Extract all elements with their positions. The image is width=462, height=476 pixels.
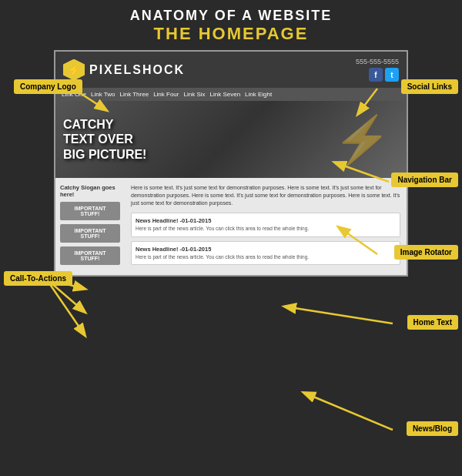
news-excerpt-1: Here is part of the news article. You ca… xyxy=(136,226,396,232)
label-news-blog: News/Blog xyxy=(407,421,458,436)
facebook-icon[interactable]: f xyxy=(369,68,383,82)
label-company-logo: Company Logo xyxy=(14,79,82,94)
site-logo: ⚡ PIXELSHOCK xyxy=(63,59,185,81)
nav-link-seven[interactable]: Link Seven xyxy=(210,91,241,98)
title-area: ANATOMY OF A WEBSITE THE HOMEPAGE xyxy=(8,8,454,44)
nav-link-four[interactable]: Link Four xyxy=(153,91,179,98)
logo-text: PIXELSHOCK xyxy=(89,63,185,77)
site-content: Catchy Slogan goes here! IMPORTANTSTUFF!… xyxy=(55,178,407,275)
site-sidebar: Catchy Slogan goes here! IMPORTANTSTUFF!… xyxy=(55,178,125,275)
slogan-text: Catchy Slogan goes here! xyxy=(60,184,120,198)
label-image-rotator: Image Rotator xyxy=(394,245,458,260)
label-social-links: Social Links xyxy=(401,79,458,94)
news-headline-2: News Headline! -01-01-2015 xyxy=(136,246,396,253)
label-navigation-bar: Navigation Bar xyxy=(391,173,458,187)
news-excerpt-2: Here is part of the news article. You ca… xyxy=(136,254,396,260)
twitter-icon[interactable]: t xyxy=(385,68,399,82)
cta-btn-3[interactable]: IMPORTANTSTUFF! xyxy=(60,246,120,265)
nav-link-eight[interactable]: Link Eight xyxy=(245,91,272,98)
news-item-1[interactable]: News Headline! -01-01-2015 Here is part … xyxy=(131,213,400,236)
hero-lightning: ⚡ xyxy=(333,112,391,167)
svg-line-6 xyxy=(46,279,85,335)
cta-btn-1[interactable]: IMPORTANTSTUFF! xyxy=(60,202,120,220)
news-item-2[interactable]: News Headline! -01-01-2015 Here is part … xyxy=(131,241,400,265)
home-text-content: Here is some text. It's just some text f… xyxy=(131,184,400,206)
site-hero: CATCHYTEXT OVERBIG PICTURE! ⚡ xyxy=(55,101,407,178)
phone-number: 555-555-5555 xyxy=(356,58,399,65)
nav-link-two[interactable]: Link Two xyxy=(91,91,115,98)
cta-btn-2[interactable]: IMPORTANTSTUFF! xyxy=(60,224,120,243)
label-call-to-actions: Call-To-Actions xyxy=(4,271,72,286)
nav-link-six[interactable]: Link Six xyxy=(183,91,205,98)
svg-line-7 xyxy=(285,307,393,323)
nav-link-three[interactable]: Link Three xyxy=(119,91,149,98)
site-main: Here is some text. It's just some text f… xyxy=(125,178,407,275)
main-container: ANATOMY OF A WEBSITE THE HOMEPAGE ⚡ PIXE… xyxy=(0,0,462,476)
website-mockup: ⚡ PIXELSHOCK 555-555-5555 f t Link One L… xyxy=(54,50,408,277)
title-bottom: THE HOMEPAGE xyxy=(8,24,454,44)
site-nav: Link One Link Two Link Three Link Four L… xyxy=(55,88,407,101)
hero-text: CATCHYTEXT OVERBIG PICTURE! xyxy=(63,117,146,162)
title-top: ANATOMY OF A WEBSITE xyxy=(8,8,454,24)
news-headline-1: News Headline! -01-01-2015 xyxy=(136,217,396,224)
label-home-text: Home Text xyxy=(407,315,458,330)
site-header: ⚡ PIXELSHOCK 555-555-5555 f t xyxy=(55,52,407,88)
svg-line-8 xyxy=(304,393,393,430)
social-icons: f t xyxy=(356,68,399,82)
logo-icon: ⚡ xyxy=(63,59,85,81)
header-right: 555-555-5555 f t xyxy=(356,58,399,82)
